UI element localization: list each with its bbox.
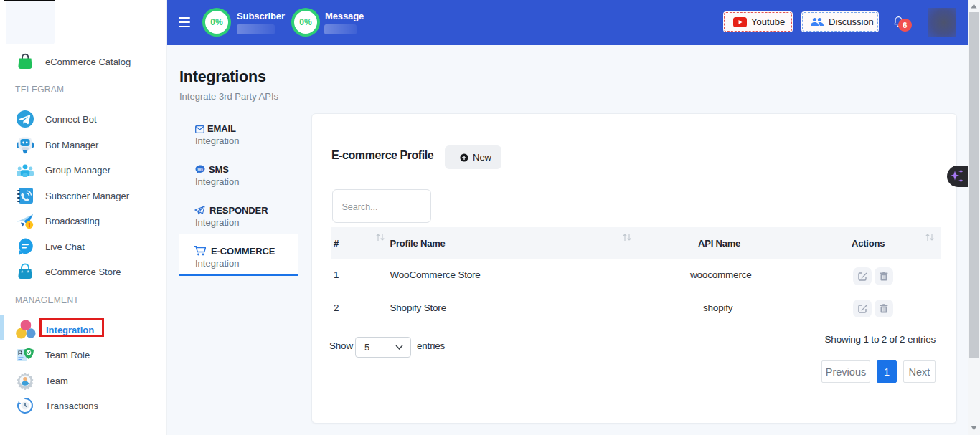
svg-text:SMS: SMS <box>197 168 203 171</box>
